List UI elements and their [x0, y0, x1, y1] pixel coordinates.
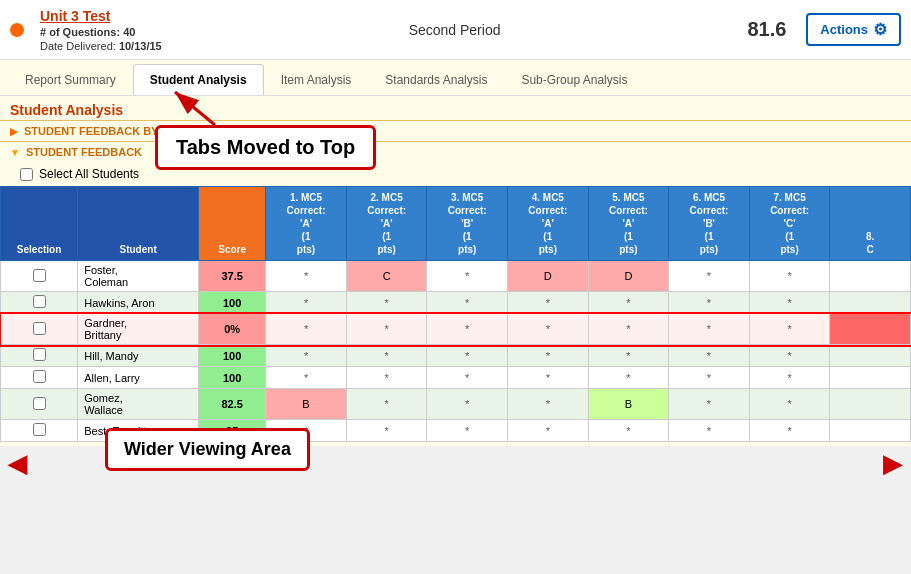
answer-cell: * — [508, 389, 589, 420]
answer-cell: * — [669, 261, 750, 292]
select-all-checkbox[interactable] — [20, 168, 33, 181]
answer-cell: * — [588, 314, 669, 345]
tab-standards-analysis[interactable]: Standards Analysis — [368, 64, 504, 95]
row-checkbox[interactable] — [33, 423, 46, 436]
tab-report-summary[interactable]: Report Summary — [8, 64, 133, 95]
section-title: Student Analysis — [10, 102, 123, 118]
answer-cell: B — [266, 389, 347, 420]
tab-sub-group-analysis[interactable]: Sub-Group Analysis — [504, 64, 644, 95]
col-score: Score — [199, 187, 266, 261]
answer-cell — [830, 345, 911, 367]
table-row: Gomez,Wallace 82.5 B * * * B * * — [1, 389, 911, 420]
arrow-right-icon: ▶ — [883, 450, 901, 478]
score-cell: 100 — [199, 292, 266, 314]
answer-cell: D — [508, 261, 589, 292]
answer-cell — [830, 261, 911, 292]
col-mc2: 2. MC5Correct:'A'(1pts) — [346, 187, 427, 261]
col-mc1: 1. MC5Correct:'A'(1pts) — [266, 187, 347, 261]
triangle-down-icon: ▼ — [10, 147, 20, 158]
answer-cell: * — [508, 420, 589, 442]
tab-item-analysis[interactable]: Item Analysis — [264, 64, 369, 95]
score-cell: 0% — [199, 314, 266, 345]
answer-cell — [830, 420, 911, 442]
col-mc4: 4. MC5Correct:'A'(1pts) — [508, 187, 589, 261]
answer-cell: D — [588, 261, 669, 292]
triangle-right-icon: ▶ — [10, 126, 18, 137]
answer-cell: B — [588, 389, 669, 420]
answer-cell: * — [749, 367, 830, 389]
answer-cell: * — [588, 420, 669, 442]
answer-cell: * — [508, 367, 589, 389]
col-mc7: 7. MC5Correct:'C'(1pts) — [749, 187, 830, 261]
col-mc6: 6. MC5Correct:'B'(1pts) — [669, 187, 750, 261]
svg-line-1 — [175, 92, 215, 125]
period-label: Second Period — [409, 22, 501, 38]
row-checkbox[interactable] — [33, 322, 46, 335]
score-display: 81.6 — [747, 18, 786, 41]
answer-cell: * — [266, 314, 347, 345]
annotation-wider-text: Wider Viewing Area — [105, 428, 310, 471]
student-name: Gomez,Wallace — [78, 389, 199, 420]
student-table: Selection Student Score 1. MC5Correct:'A… — [0, 186, 911, 442]
table-row: Foster,Coleman 37.5 * C * D D * * — [1, 261, 911, 292]
table-row: Hill, Mandy 100 * * * * * * * — [1, 345, 911, 367]
answer-cell: * — [669, 314, 750, 345]
answer-cell: * — [749, 292, 830, 314]
content-area: Student Analysis ▶ STUDENT FEEDBACK BY S… — [0, 96, 911, 446]
answer-cell: * — [346, 314, 427, 345]
annotation-tabs: Tabs Moved to Top — [155, 125, 376, 170]
answer-cell: * — [346, 367, 427, 389]
answer-cell: * — [266, 367, 347, 389]
table-row: Gardner,Brittany 0% * * * * * * * — [1, 314, 911, 345]
col-mc5: 5. MC5Correct:'A'(1pts) — [588, 187, 669, 261]
answer-cell — [830, 367, 911, 389]
answer-cell: * — [266, 261, 347, 292]
row-checkbox[interactable] — [33, 397, 46, 410]
section-feedback[interactable]: ▼ STUDENT FEEDBACK — [0, 141, 911, 162]
section-feedback-by-standard[interactable]: ▶ STUDENT FEEDBACK BY STANDARD — [0, 120, 911, 141]
col-mc8: 8.C — [830, 187, 911, 261]
answer-cell: * — [588, 367, 669, 389]
answer-cell: * — [346, 292, 427, 314]
answer-cell: * — [266, 345, 347, 367]
answer-cell: * — [669, 292, 750, 314]
row-checkbox[interactable] — [33, 269, 46, 282]
col-mc3: 3. MC5Correct:'B'(1pts) — [427, 187, 508, 261]
answer-cell: * — [749, 261, 830, 292]
orange-dot — [10, 23, 24, 37]
header-right: 81.6 Actions ⚙ — [747, 13, 901, 46]
header: Unit 3 Test # of Questions: 40 Date Deli… — [0, 0, 911, 60]
answer-cell: * — [346, 389, 427, 420]
answer-cell: * — [427, 314, 508, 345]
table-row: Hawkins, Aron 100 * * * * * * * — [1, 292, 911, 314]
row-checkbox[interactable] — [33, 348, 46, 361]
answer-cell: * — [427, 345, 508, 367]
answer-cell: * — [749, 314, 830, 345]
student-name: Foster,Coleman — [78, 261, 199, 292]
test-title[interactable]: Unit 3 Test — [40, 8, 162, 24]
answer-cell: * — [427, 367, 508, 389]
row-checkbox[interactable] — [33, 370, 46, 383]
score-cell: 100 — [199, 345, 266, 367]
answer-cell: * — [588, 292, 669, 314]
score-cell: 100 — [199, 367, 266, 389]
answer-cell: * — [427, 420, 508, 442]
tabs-bar: Report Summary Student Analysis Item Ana… — [0, 60, 911, 96]
answer-cell: * — [427, 261, 508, 292]
answer-cell: * — [508, 345, 589, 367]
answer-cell: * — [669, 389, 750, 420]
gear-icon: ⚙ — [873, 20, 887, 39]
answer-cell: * — [588, 345, 669, 367]
answer-cell: * — [508, 292, 589, 314]
arrow-left-icon: ◀ — [8, 450, 26, 478]
student-name: Hawkins, Aron — [78, 292, 199, 314]
answer-cell: * — [669, 345, 750, 367]
answer-cell: * — [749, 420, 830, 442]
answer-cell: * — [508, 314, 589, 345]
row-checkbox[interactable] — [33, 295, 46, 308]
actions-button[interactable]: Actions ⚙ — [806, 13, 901, 46]
answer-cell: * — [266, 292, 347, 314]
col-selection: Selection — [1, 187, 78, 261]
answer-cell — [830, 292, 911, 314]
annotation-arrow-up — [165, 87, 245, 127]
